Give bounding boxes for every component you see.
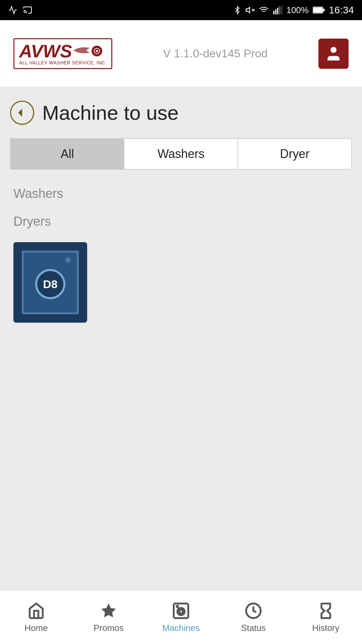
user-profile-button[interactable]	[318, 39, 349, 69]
svg-marker-1	[246, 7, 250, 13]
version-text: V 1.1.0-dev145 Prod	[163, 47, 268, 60]
machine-inner-d8: D8	[22, 251, 79, 314]
user-icon	[324, 45, 343, 63]
logo-wing-icon	[73, 45, 90, 55]
svg-rect-6	[275, 9, 277, 14]
battery-text: 100%	[286, 5, 309, 15]
logo-subtext: ALL VALLEY WASHER SERVICE, INC.	[19, 60, 107, 65]
avws-letters: AVWS	[19, 42, 72, 60]
activity-icon	[8, 5, 17, 15]
machines-grid: D8	[10, 235, 352, 329]
svg-rect-9	[281, 6, 283, 14]
hourglass-icon	[317, 602, 335, 620]
star-icon	[100, 602, 117, 620]
nav-status[interactable]: Status	[217, 601, 290, 633]
svg-rect-7	[277, 8, 279, 14]
machines-nav-label: Machines	[162, 623, 199, 633]
svg-rect-12	[323, 9, 324, 11]
mute-icon	[245, 5, 255, 15]
home-nav-label: Home	[24, 623, 48, 633]
back-arrow-icon	[15, 106, 29, 119]
logo-circle	[92, 46, 102, 56]
logo-area: AVWS ALL VALLEY WASHER SERVICE, INC.	[13, 38, 112, 69]
machine-top-dot	[65, 257, 71, 263]
bottom-navigation: Home Promos Machines Status History	[0, 590, 362, 644]
history-nav-icon	[316, 601, 335, 620]
main-content: Machine to use All Washers Dryer Washers…	[0, 87, 362, 590]
tab-washers[interactable]: Washers	[124, 139, 238, 169]
logo-circle-icon	[94, 48, 100, 54]
history-nav-label: History	[312, 623, 340, 633]
logo-badge: AVWS ALL VALLEY WASHER SERVICE, INC.	[13, 38, 112, 69]
nav-history[interactable]: History	[290, 601, 362, 633]
status-bar: 100% 16:34	[0, 0, 362, 20]
machine-circle-d8: D8	[35, 269, 65, 299]
cast-icon	[23, 5, 32, 15]
svg-point-14	[96, 50, 98, 52]
nav-home[interactable]: Home	[0, 601, 72, 633]
nav-machines[interactable]: Machines	[145, 601, 217, 633]
tab-dryer[interactable]: Dryer	[238, 139, 351, 169]
washer-icon	[172, 602, 190, 620]
promos-nav-label: Promos	[94, 623, 124, 633]
bluetooth-icon	[233, 5, 241, 15]
washers-section-label: Washers	[10, 186, 352, 201]
page-header: Machine to use	[10, 101, 352, 125]
filter-tabs: All Washers Dryer	[10, 138, 352, 170]
spacer-1	[10, 208, 352, 214]
clock-icon	[245, 602, 262, 620]
machine-id-label: D8	[43, 278, 57, 291]
svg-point-15	[330, 47, 337, 53]
status-left-icons	[8, 5, 32, 15]
nav-promos[interactable]: Promos	[72, 601, 145, 633]
promos-nav-icon	[99, 601, 118, 620]
machine-card-d8[interactable]: D8	[13, 242, 87, 323]
wifi-icon	[259, 5, 269, 15]
svg-point-19	[179, 610, 183, 613]
signal-icon	[273, 5, 282, 15]
time-display: 16:34	[329, 4, 354, 16]
page-title: Machine to use	[42, 101, 179, 124]
svg-rect-11	[313, 8, 322, 12]
status-right-icons: 100% 16:34	[233, 4, 354, 16]
app-header: AVWS ALL VALLEY WASHER SERVICE, INC. V 1…	[0, 20, 362, 87]
machines-nav-icon	[172, 601, 190, 620]
back-button[interactable]	[10, 101, 34, 125]
home-icon	[27, 602, 45, 620]
dryers-section-label: Dryers	[10, 214, 352, 229]
svg-point-20	[177, 606, 178, 607]
home-nav-icon	[27, 601, 46, 620]
status-nav-icon	[244, 601, 263, 620]
svg-marker-16	[101, 603, 116, 617]
tab-all[interactable]: All	[11, 139, 124, 169]
status-nav-label: Status	[241, 623, 266, 633]
battery-icon	[313, 6, 325, 14]
svg-rect-5	[274, 11, 275, 14]
svg-rect-8	[279, 6, 281, 14]
logo-badge-inner: AVWS	[19, 42, 102, 60]
